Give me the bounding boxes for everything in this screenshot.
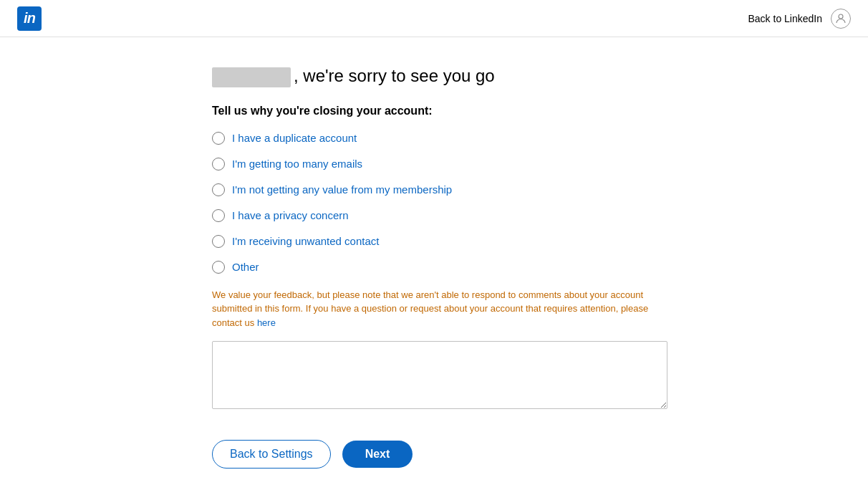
radio-no-value[interactable]: [212, 183, 225, 196]
radio-option-emails[interactable]: I'm getting too many emails: [212, 158, 667, 170]
radio-option-privacy[interactable]: I have a privacy concern: [212, 209, 667, 222]
user-name-blurred: [212, 67, 291, 87]
radio-label-duplicate: I have a duplicate account: [232, 132, 357, 144]
linkedin-logo[interactable]: in: [17, 6, 42, 31]
radio-label-privacy: I have a privacy concern: [232, 209, 349, 221]
radio-option-duplicate[interactable]: I have a duplicate account: [212, 132, 667, 145]
page-title-suffix: , we're sorry to see you go: [294, 66, 495, 85]
notice-link[interactable]: here: [257, 317, 276, 328]
radio-other[interactable]: [212, 261, 225, 274]
radio-label-unwanted-contact: I'm receiving unwanted contact: [232, 235, 379, 247]
next-button[interactable]: Next: [342, 441, 413, 468]
radio-label-emails: I'm getting too many emails: [232, 158, 362, 170]
back-to-linkedin-link[interactable]: Back to LinkedIn: [748, 13, 822, 24]
radio-label-no-value: I'm not getting any value from my member…: [232, 183, 452, 196]
user-avatar-icon[interactable]: [831, 9, 851, 29]
radio-option-no-value[interactable]: I'm not getting any value from my member…: [212, 183, 667, 196]
notice-text: We value your feedback, but please note …: [212, 288, 667, 330]
button-row: Back to Settings Next: [212, 440, 667, 469]
radio-privacy[interactable]: [212, 209, 225, 222]
form-subtitle: Tell us why you're closing your account:: [212, 105, 667, 117]
header: in Back to LinkedIn: [0, 0, 868, 37]
feedback-textarea[interactable]: [212, 341, 667, 409]
svg-point-0: [839, 14, 843, 19]
radio-option-other[interactable]: Other: [212, 261, 667, 274]
logo-text: in: [24, 10, 35, 27]
header-right: Back to LinkedIn: [748, 9, 851, 29]
radio-label-other: Other: [232, 261, 259, 273]
radio-option-unwanted-contact[interactable]: I'm receiving unwanted contact: [212, 235, 667, 248]
radio-duplicate[interactable]: [212, 132, 225, 145]
radio-emails[interactable]: [212, 158, 225, 170]
main-content: , we're sorry to see you go Tell us why …: [183, 37, 685, 490]
back-to-settings-button[interactable]: Back to Settings: [212, 440, 331, 469]
page-title: , we're sorry to see you go: [212, 66, 667, 87]
notice-text-part1: We value your feedback, but please note …: [212, 289, 648, 328]
radio-unwanted-contact[interactable]: [212, 235, 225, 248]
reason-radio-group: I have a duplicate account I'm getting t…: [212, 132, 667, 274]
